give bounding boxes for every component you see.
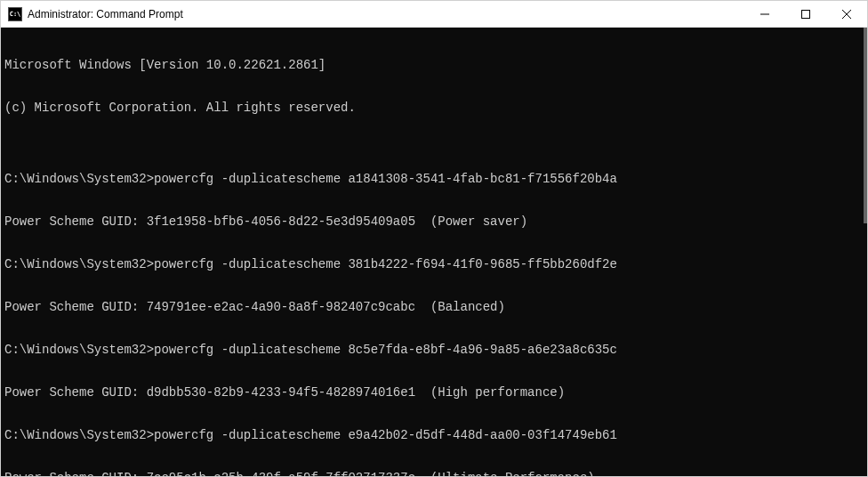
terminal-line: C:\Windows\System32>powercfg -duplicates… (4, 172, 864, 186)
titlebar[interactable]: C:\ Administrator: Command Prompt (1, 1, 867, 28)
maximize-icon (801, 10, 810, 19)
scrollbar-thumb[interactable] (864, 28, 867, 223)
close-button[interactable] (826, 1, 867, 28)
window-title: Administrator: Command Prompt (28, 8, 183, 20)
terminal-line: Microsoft Windows [Version 10.0.22621.28… (4, 58, 864, 72)
terminal-line: Power Scheme GUID: 7ce95c1b-c25b-439f-a5… (4, 471, 864, 476)
minimize-icon (760, 10, 769, 19)
terminal-line: C:\Windows\System32>powercfg -duplicates… (4, 343, 864, 357)
terminal-line: (c) Microsoft Corporation. All rights re… (4, 101, 864, 115)
maximize-button[interactable] (785, 1, 826, 28)
terminal-line: C:\Windows\System32>powercfg -duplicates… (4, 257, 864, 271)
cmd-icon: C:\ (8, 7, 22, 21)
window-controls (744, 1, 867, 27)
terminal-line: Power Scheme GUID: 749791ee-e2ac-4a90-8a… (4, 300, 864, 314)
terminal-line: Power Scheme GUID: d9dbb530-82b9-4233-94… (4, 385, 864, 400)
content-wrap: Microsoft Windows [Version 10.0.22621.28… (1, 28, 867, 476)
terminal-output[interactable]: Microsoft Windows [Version 10.0.22621.28… (1, 28, 867, 476)
terminal-line: Power Scheme GUID: 3f1e1958-bfb6-4056-8d… (4, 214, 864, 229)
svg-rect-1 (802, 11, 810, 19)
close-icon (842, 10, 851, 19)
minimize-button[interactable] (744, 1, 785, 28)
window: C:\ Administrator: Command Prompt Micros… (0, 0, 868, 477)
titlebar-left: C:\ Administrator: Command Prompt (8, 7, 183, 21)
terminal-line: C:\Windows\System32>powercfg -duplicates… (4, 428, 864, 442)
